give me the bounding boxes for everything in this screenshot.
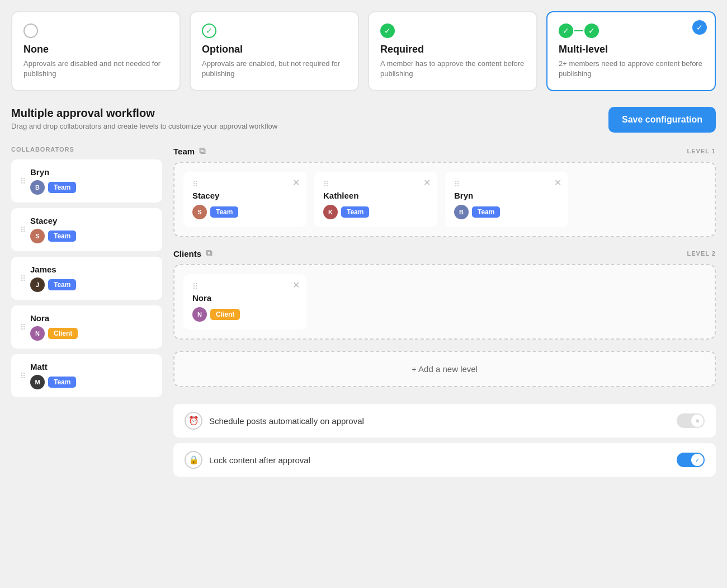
add-new-level-button[interactable]: + Add a new level xyxy=(173,351,716,387)
level-card-bryn[interactable]: ✕ ⠿ Bryn B Team xyxy=(445,172,568,227)
avatar-stacey: S xyxy=(30,229,45,243)
drag-handle-james[interactable]: ⠿ xyxy=(20,274,26,283)
copy-level-2-icon[interactable]: ⧉ xyxy=(206,248,212,258)
level-card-name-stacey: Stacey xyxy=(192,191,298,200)
copy-level-1-icon[interactable]: ⧉ xyxy=(199,146,205,156)
level-2-group: Clients ⧉ LEVEL 2 ✕ ⠿ Nora N Client xyxy=(173,248,716,340)
drag-handle-stacey[interactable]: ⠿ xyxy=(20,225,26,234)
drag-handle-level-nora[interactable]: ⠿ xyxy=(192,282,198,291)
avatar-nora: N xyxy=(30,326,45,341)
lock-toggle-label: Lock content after approval xyxy=(209,455,670,465)
schedule-toggle[interactable]: ✕ xyxy=(677,413,705,428)
avatar-matt: M xyxy=(30,375,45,389)
level-avatar-bryn: B xyxy=(454,205,469,219)
card-desc-optional: Approvals are enabled, but not required … xyxy=(202,59,347,79)
schedule-knob: ✕ xyxy=(691,415,704,427)
level-card-name-kathleen: Kathleen xyxy=(323,191,428,200)
level-card-stacey[interactable]: ✕ ⠿ Stacey S Team xyxy=(183,172,306,227)
close-bryn-icon[interactable]: ✕ xyxy=(554,177,561,188)
lock-icon: 🔒 xyxy=(185,451,202,469)
level-2-label: LEVEL 2 xyxy=(687,250,716,257)
drag-handle-bryn[interactable]: ⠿ xyxy=(20,177,26,186)
collaborators-label: COLLABORATORS xyxy=(11,146,162,153)
level-badge-bryn: Team xyxy=(472,206,500,218)
badge-james: Team xyxy=(48,279,76,290)
drag-handle-level-stacey[interactable]: ⠿ xyxy=(192,180,198,189)
card-desc-none: Approvals are disabled and not needed fo… xyxy=(23,59,168,79)
level-badge-nora: Client xyxy=(210,309,240,320)
save-configuration-button[interactable]: Save configuration xyxy=(608,107,716,133)
collaborator-stacey[interactable]: ⠿ Stacey S Team xyxy=(11,208,162,251)
badge-bryn: Team xyxy=(48,182,76,193)
collab-name-bryn: Bryn xyxy=(30,167,153,177)
level-avatar-stacey: S xyxy=(192,205,207,219)
close-kathleen-icon[interactable]: ✕ xyxy=(423,177,431,188)
collaborator-james[interactable]: ⠿ James J Team xyxy=(11,257,162,300)
drag-handle-level-kathleen[interactable]: ⠿ xyxy=(323,180,329,189)
collab-name-stacey: Stacey xyxy=(30,216,153,225)
level-card-kathleen[interactable]: ✕ ⠿ Kathleen K Team xyxy=(314,172,437,227)
collaborator-bryn[interactable]: ⠿ Bryn B Team xyxy=(11,159,162,203)
toggle-check-icon: ✓ xyxy=(695,457,700,463)
level-1-name: Team xyxy=(173,147,195,156)
collaborator-nora[interactable]: ⠿ Nora N Client xyxy=(11,305,162,349)
drag-handle-nora[interactable]: ⠿ xyxy=(20,323,26,332)
workflow-info: Multiple approval workflow Drag and drop… xyxy=(11,107,277,130)
approval-card-required[interactable]: ✓ Required A member has to approve the c… xyxy=(368,11,537,91)
level-1-drop-zone[interactable]: ✕ ⠿ Stacey S Team ✕ ⠿ Kathle xyxy=(173,162,716,237)
level-1-label: LEVEL 1 xyxy=(687,148,716,154)
card-title-none: None xyxy=(23,44,168,55)
avatar-james: J xyxy=(30,277,45,292)
collab-name-matt: Matt xyxy=(30,362,153,371)
main-layout: COLLABORATORS ⠿ Bryn B Team ⠿ Stacey S T… xyxy=(11,146,716,488)
level-2-name: Clients xyxy=(173,249,201,258)
close-stacey-icon[interactable]: ✕ xyxy=(292,177,300,188)
close-nora-icon[interactable]: ✕ xyxy=(292,280,300,290)
level-badge-stacey: Team xyxy=(210,206,238,218)
level-avatar-kathleen: K xyxy=(323,205,338,219)
level-card-nora[interactable]: ✕ ⠿ Nora N Client xyxy=(183,274,306,330)
workflow-header: Multiple approval workflow Drag and drop… xyxy=(11,107,716,133)
lock-toggle[interactable]: ✓ xyxy=(677,453,705,467)
approval-card-optional[interactable]: ✓ Optional Approvals are enabled, but no… xyxy=(190,11,359,91)
toggle-x-icon: ✕ xyxy=(695,418,700,424)
level-card-name-nora: Nora xyxy=(192,293,298,303)
approval-card-none[interactable]: None Approvals are disabled and not need… xyxy=(11,11,181,91)
level-badge-kathleen: Team xyxy=(341,206,369,218)
card-desc-multilevel: 2+ members need to approve content befor… xyxy=(559,59,704,79)
card-title-optional: Optional xyxy=(202,44,347,55)
levels-panel: Team ⧉ LEVEL 1 ✕ ⠿ Stacey S Team xyxy=(173,146,716,488)
lock-knob: ✓ xyxy=(691,454,704,466)
schedule-icon: ⏰ xyxy=(185,412,202,430)
drag-handle-level-bryn[interactable]: ⠿ xyxy=(454,180,460,189)
level-1-group: Team ⧉ LEVEL 1 ✕ ⠿ Stacey S Team xyxy=(173,146,716,237)
collab-name-james: James xyxy=(30,265,153,274)
approval-card-multilevel[interactable]: ✓ ✓ ✓ Multi-level 2+ members need to app… xyxy=(546,11,716,91)
none-icon xyxy=(23,23,168,38)
lock-toggle-row: 🔒 Lock content after approval ✓ xyxy=(173,443,716,477)
card-title-multilevel: Multi-level xyxy=(559,44,704,55)
badge-matt: Team xyxy=(48,377,76,388)
drag-handle-matt[interactable]: ⠿ xyxy=(20,371,26,380)
avatar-bryn: B xyxy=(30,180,45,195)
level-card-name-bryn: Bryn xyxy=(454,191,559,200)
schedule-toggle-label: Schedule posts automatically on approval xyxy=(209,416,670,426)
collab-name-nora: Nora xyxy=(30,313,153,323)
workflow-title: Multiple approval workflow xyxy=(11,107,277,120)
card-title-required: Required xyxy=(380,44,525,55)
schedule-toggle-row: ⏰ Schedule posts automatically on approv… xyxy=(173,404,716,438)
level-1-header: Team ⧉ LEVEL 1 xyxy=(173,146,716,156)
workflow-subtitle: Drag and drop collaborators and create l… xyxy=(11,122,277,130)
badge-nora: Client xyxy=(48,328,78,339)
toggles-container: ⏰ Schedule posts automatically on approv… xyxy=(173,398,716,488)
collaborator-matt[interactable]: ⠿ Matt M Team xyxy=(11,354,162,397)
multilevel-icon: ✓ ✓ xyxy=(559,23,704,38)
required-icon: ✓ xyxy=(380,23,525,38)
level-2-drop-zone[interactable]: ✕ ⠿ Nora N Client xyxy=(173,264,716,340)
selected-check-icon: ✓ xyxy=(692,20,707,35)
optional-icon: ✓ xyxy=(202,23,347,38)
badge-stacey: Team xyxy=(48,231,76,242)
level-avatar-nora: N xyxy=(192,307,207,322)
level-2-header: Clients ⧉ LEVEL 2 xyxy=(173,248,716,258)
approval-type-cards: None Approvals are disabled and not need… xyxy=(11,11,716,91)
